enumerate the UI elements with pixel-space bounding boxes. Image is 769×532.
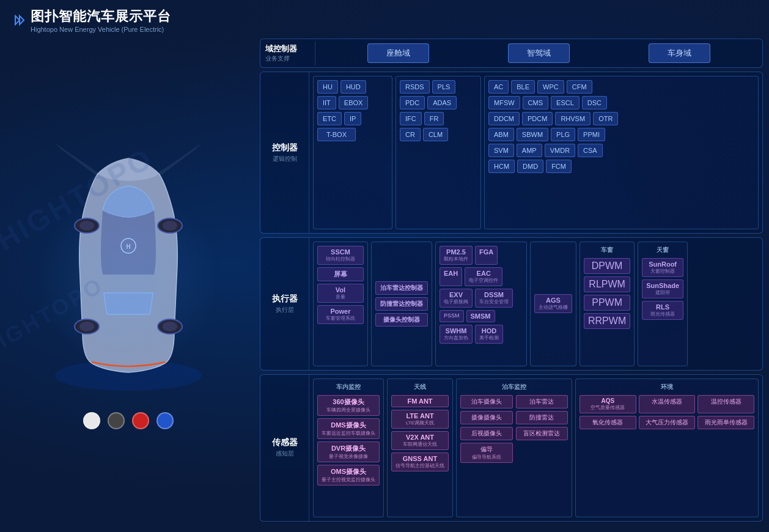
- act-EAH[interactable]: EAH: [440, 267, 462, 286]
- chip-PDCM[interactable]: PDCM: [522, 112, 553, 125]
- color-btn-red[interactable]: [132, 412, 149, 429]
- sensor-OMS[interactable]: OMS摄像头 量子主控视觉监控摄像头: [317, 465, 380, 486]
- actuator-ags-group: AGS 主动进气格栅: [530, 242, 576, 366]
- chip-HU[interactable]: HU: [317, 80, 338, 94]
- chip-CSA[interactable]: CSA: [578, 144, 603, 157]
- chip-FCM[interactable]: FCM: [546, 160, 572, 173]
- act-camera-ctrl[interactable]: 摄像头控制器: [375, 313, 428, 327]
- sensor-anti-collision-radar[interactable]: 防撞雷达: [516, 411, 568, 424]
- chip-PLG[interactable]: PLG: [551, 128, 575, 141]
- act-vol[interactable]: Vol 音量: [317, 284, 364, 303]
- chip-ESCL[interactable]: ESCL: [551, 96, 580, 109]
- chip-CR[interactable]: CR: [400, 128, 421, 141]
- act-HOD[interactable]: HOD 离手检测: [475, 325, 503, 344]
- act-RLPWM[interactable]: RLPWM: [584, 276, 630, 292]
- body-row-1: AC BLE WPC CFM: [488, 80, 754, 94]
- act-PPWM[interactable]: PPWM: [584, 295, 630, 311]
- act-PSSM[interactable]: PSSM: [440, 310, 464, 322]
- act-PM25[interactable]: PM2.5 颗粒本地件: [440, 246, 473, 265]
- chip-TBOX[interactable]: T-BOX: [317, 128, 356, 141]
- act-DSSM[interactable]: DSSM 车台安全管理: [475, 289, 513, 308]
- chip-BLE[interactable]: BLE: [511, 80, 535, 94]
- chip-ABM[interactable]: ABM: [488, 128, 514, 141]
- chip-AC[interactable]: AC: [488, 80, 509, 94]
- body-row-2: MFSW CMS ESCL DSC: [488, 96, 754, 109]
- chip-WPC[interactable]: WPC: [537, 80, 564, 94]
- chip-CFM[interactable]: CFM: [567, 80, 592, 94]
- sensor-water-temp[interactable]: 水温传感器: [639, 395, 696, 413]
- chip-DSC[interactable]: DSC: [582, 96, 607, 109]
- chip-CMS[interactable]: CMS: [523, 96, 548, 109]
- act-EAC[interactable]: EAC 电子空调控件: [465, 267, 502, 286]
- chip-EBOX[interactable]: EBOX: [339, 96, 369, 109]
- act-anti-collision-ctrl[interactable]: 防撞雷达控制器: [375, 297, 428, 311]
- act-EXV[interactable]: EXV 电子膨胀阀: [440, 289, 473, 308]
- act-parking-radar-ctrl[interactable]: 泊车雷达控制器: [375, 281, 428, 295]
- sensor-blind-spot-radar[interactable]: 盲区检测雷达: [516, 427, 568, 440]
- act-power[interactable]: Power 车窗管理系统: [317, 305, 364, 324]
- chip-PDC[interactable]: PDC: [400, 96, 425, 109]
- sensor-DMS[interactable]: DMS摄像头 车窗远近监控车载摄像头: [317, 418, 380, 439]
- sensor-side-cam[interactable]: 摄像摄像头: [460, 411, 513, 424]
- chip-HUD[interactable]: HUD: [340, 80, 366, 94]
- sensor-subtitle: 感知层: [276, 449, 294, 458]
- sensor-GNSS[interactable]: GNSS ANT 信号导航主控基础天线: [391, 453, 449, 471]
- chip-MFSW[interactable]: MFSW: [488, 96, 520, 109]
- parking-monitor-title: 泊车监控: [460, 383, 568, 391]
- chip-IP[interactable]: IP: [344, 112, 361, 125]
- chip-ADAS[interactable]: ADAS: [427, 96, 457, 109]
- act-SunRoof[interactable]: SunRoof 天窗控制器: [642, 258, 683, 277]
- act-SMSM[interactable]: SMSM: [466, 310, 495, 322]
- domain-btn-cabin[interactable]: 座舱域: [367, 43, 429, 63]
- chip-RSDS[interactable]: RSDS: [400, 80, 430, 94]
- chip-CLM[interactable]: CLM: [423, 128, 448, 141]
- body-row-6: HCM DMD FCM: [488, 160, 754, 173]
- act-SSCM[interactable]: SSCM 转向柱控制器: [317, 246, 364, 265]
- sensor-oxygen[interactable]: 氧化传感器: [580, 416, 636, 429]
- act-mid-row3: EXV 电子膨胀阀 DSSM 车台安全管理: [440, 289, 523, 308]
- chip-AMP[interactable]: AMP: [517, 144, 542, 157]
- sensor-LTE[interactable]: LTE ANT LTE调频天线: [391, 410, 449, 429]
- chip-DMD[interactable]: DMD: [517, 160, 543, 173]
- sensor-rain-light[interactable]: 雨光雨单传感器: [697, 416, 754, 429]
- sensor-temp-ctrl[interactable]: 温控传感器: [697, 395, 754, 413]
- controller-panel: 控制器 逻辑控制 HU HUD IIT EBOX ETC IP: [260, 72, 763, 234]
- chip-SBWM[interactable]: SBWM: [517, 128, 548, 141]
- act-SunShade[interactable]: SunShade 遮阳帘: [642, 279, 683, 298]
- sensor-FM[interactable]: FM ANT: [391, 395, 449, 407]
- act-screen[interactable]: 屏幕: [317, 267, 364, 281]
- act-FGA[interactable]: FGA: [475, 246, 498, 265]
- sensor-V2X[interactable]: V2X ANT 车联网通信天线: [391, 431, 449, 450]
- sensor-360cam[interactable]: 360摄像头 车辆四周全景摄像头: [317, 395, 380, 416]
- chip-HCM[interactable]: HCM: [488, 160, 515, 173]
- act-RLS[interactable]: RLS 雨光传感器: [642, 301, 683, 320]
- chip-OTR[interactable]: OTR: [593, 112, 618, 125]
- chip-VMDR[interactable]: VMDR: [545, 144, 575, 157]
- act-SWHM[interactable]: SWHM 方向盘加热: [440, 325, 473, 344]
- act-mid-row2: EAH EAC 电子空调控件: [440, 267, 523, 286]
- sensor-parking-radar[interactable]: 泊车雷达: [516, 395, 568, 408]
- chip-IFC[interactable]: IFC: [400, 112, 422, 125]
- chip-SVM[interactable]: SVM: [488, 144, 514, 157]
- chip-PLS[interactable]: PLS: [432, 80, 456, 94]
- sensor-DVR[interactable]: DVR摄像头 量子视觉录像摄像: [317, 441, 380, 462]
- sensor-AQS[interactable]: AQS 空气质量传感器: [580, 395, 636, 413]
- chip-IIT[interactable]: IIT: [317, 96, 336, 109]
- sensor-guide[interactable]: 偏导 偏导导航系统: [460, 443, 513, 463]
- sensor-atm-pressure[interactable]: 大气压力传感器: [639, 416, 696, 429]
- chip-FR[interactable]: FR: [424, 112, 444, 125]
- sensor-rear-cam[interactable]: 后视摄像头: [460, 427, 513, 440]
- act-AGS[interactable]: AGS 主动进气格栅: [534, 294, 572, 313]
- chip-PPMI[interactable]: PPMI: [578, 128, 605, 141]
- domain-btn-drive[interactable]: 智驾域: [508, 43, 570, 63]
- color-btn-dark[interactable]: [108, 412, 125, 429]
- domain-btn-body[interactable]: 车身域: [649, 43, 710, 63]
- color-btn-white[interactable]: [83, 412, 100, 429]
- chip-DDCM[interactable]: DDCM: [488, 112, 520, 125]
- chip-RHVSM[interactable]: RHVSM: [555, 112, 591, 125]
- act-DPWM[interactable]: DPWM: [584, 258, 630, 274]
- chip-ETC[interactable]: ETC: [317, 112, 342, 125]
- sensor-parking-cam[interactable]: 泊车摄像头: [460, 395, 513, 408]
- act-RRPWM[interactable]: RRPWM: [584, 313, 630, 329]
- color-btn-blue[interactable]: [156, 412, 174, 429]
